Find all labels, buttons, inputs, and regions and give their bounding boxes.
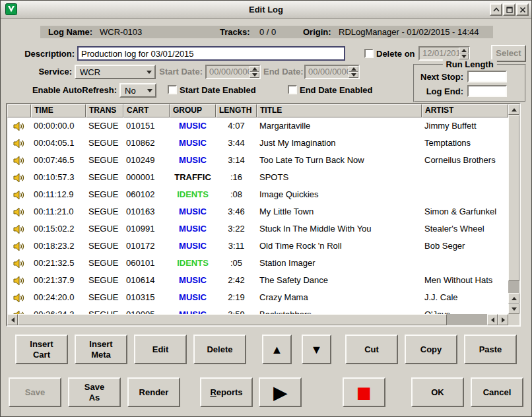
speaker-icon — [13, 173, 25, 183]
log-end-field — [467, 85, 507, 97]
move-up-button[interactable]: ▲ — [262, 335, 292, 364]
cell-title: SPOTS — [257, 169, 422, 186]
end-date-label: End Date: — [263, 67, 302, 77]
table-row[interactable]: 00:15:02.2 SEGUE 010991 MUSIC 3:22 Stuck… — [7, 220, 508, 238]
scroll-up-button-2[interactable] — [508, 293, 519, 304]
cut-label: Cut — [364, 344, 379, 355]
col-group[interactable]: GROUP — [170, 104, 216, 117]
render-button[interactable]: Render — [127, 377, 180, 407]
save-button: Save — [9, 377, 61, 407]
start-date-enabled-checkbox[interactable] — [168, 85, 177, 94]
speaker-icon — [13, 121, 25, 131]
cell-artist — [422, 169, 508, 186]
origin-label: Origin: — [303, 26, 331, 38]
horizontal-scrollbar[interactable] — [7, 314, 508, 325]
speaker-icon-cell — [7, 220, 31, 238]
table-row[interactable]: 00:26:34.3 SEGUE 010005 MUSIC 3:59 Backs… — [7, 306, 508, 314]
maximize-button[interactable] — [503, 3, 515, 16]
cell-trans: SEGUE — [86, 152, 123, 169]
scroll-down-button[interactable] — [508, 304, 519, 314]
cell-group: MUSIC — [170, 135, 216, 152]
end-date-value: 00/00/0000 — [306, 66, 349, 78]
cell-length: 3:44 — [216, 135, 257, 152]
close-icon — [519, 7, 526, 13]
vertical-scrollbar-thumb[interactable] — [508, 115, 519, 281]
cell-time: 00:00:00.0 — [31, 117, 86, 135]
close-button[interactable] — [516, 3, 529, 16]
scroll-left-button-2[interactable] — [487, 314, 498, 325]
cell-artist: Temptations — [422, 135, 508, 152]
cell-time: 00:24:20.0 — [31, 289, 86, 306]
origin-value: RDLogManager - 01/02/2015 - 14:44 — [339, 26, 479, 38]
description-input[interactable] — [77, 46, 345, 61]
end-date-enabled-checkbox[interactable] — [288, 85, 297, 94]
col-cart[interactable]: CART — [123, 104, 170, 117]
cell-length: 3:46 — [216, 203, 257, 220]
speaker-icon-cell — [7, 117, 31, 135]
cell-title: My Little Town — [257, 203, 422, 220]
col-trans[interactable]: TRANS — [86, 104, 123, 117]
save-as-button[interactable]: Save As — [68, 377, 121, 407]
scroll-right-icon — [502, 317, 505, 323]
insert-cart-button[interactable]: Insert Cart — [15, 335, 68, 364]
stop-button[interactable]: ■ — [343, 377, 385, 407]
table-row[interactable]: 00:04:05.1 SEGUE 010862 MUSIC 3:44 Just … — [7, 135, 508, 152]
move-down-button[interactable]: ▼ — [302, 335, 331, 364]
play-button[interactable]: ▶ — [259, 377, 302, 407]
window-title: Edit Log — [1, 1, 531, 18]
cell-group: MUSIC — [170, 117, 216, 135]
cell-cart: 010151 — [123, 117, 170, 135]
save-as-label: Save As — [84, 382, 104, 403]
spin-up-button — [459, 48, 469, 53]
reports-button[interactable]: Reports — [200, 377, 253, 407]
table-row[interactable]: 00:21:37.9 SEGUE 010614 MUSIC 2:42 The S… — [7, 272, 508, 289]
speaker-icon — [13, 293, 25, 303]
table-row[interactable]: 00:24:20.0 SEGUE 010315 MUSIC 2:19 Crazy… — [7, 289, 508, 306]
table-row[interactable]: 00:07:46.5 SEGUE 010249 MUSIC 3:14 Too L… — [7, 152, 508, 169]
speaker-icon-cell — [7, 306, 31, 314]
table-row[interactable]: 00:21:32.5 SEGUE 060101 IDENTS :05 Stati… — [7, 255, 508, 272]
insert-meta-button[interactable]: Insert Meta — [75, 335, 127, 364]
cancel-button[interactable]: Cancel — [471, 377, 523, 407]
table-row[interactable]: 00:11:21.0 SEGUE 010163 MUSIC 3:46 My Li… — [7, 203, 508, 220]
reports-label: Reports — [210, 387, 242, 398]
col-time[interactable]: TIME — [31, 104, 86, 117]
titlebar[interactable]: Edit Log — [1, 1, 531, 19]
table-row[interactable]: 00:11:12.9 SEGUE 060102 IDENTS :08 Image… — [7, 186, 508, 203]
scroll-left-icon — [11, 317, 15, 323]
cell-time: 00:21:32.5 — [31, 255, 86, 272]
vertical-scrollbar[interactable] — [508, 104, 519, 314]
delete-button[interactable]: Delete — [193, 335, 246, 364]
scroll-up-button[interactable] — [508, 104, 519, 115]
table-row[interactable]: 00:18:23.2 SEGUE 010172 MUSIC 3:11 Old T… — [7, 238, 508, 255]
spin-up-icon — [351, 67, 356, 71]
description-label: Description: — [14, 49, 75, 59]
spin-up-button — [249, 66, 259, 72]
shade-button[interactable] — [490, 3, 502, 16]
edit-button[interactable]: Edit — [134, 335, 187, 364]
log-end-label: Log End: — [416, 86, 463, 96]
speaker-icon-cell — [7, 186, 31, 203]
ok-button[interactable]: OK — [411, 377, 464, 407]
service-combobox[interactable]: WCR — [75, 65, 156, 79]
cell-group: MUSIC — [170, 220, 216, 238]
scroll-up-icon — [512, 108, 517, 112]
cell-group: MUSIC — [170, 306, 216, 314]
horizontal-scrollbar-thumb[interactable] — [18, 314, 447, 325]
move-down-icon: ▼ — [311, 344, 323, 355]
table-row[interactable]: 00:10:57.3 SEGUE 000001 TRAFFIC :16 SPOT… — [7, 169, 508, 186]
paste-button[interactable]: Paste — [464, 335, 517, 364]
col-artist[interactable]: ARTIST — [422, 104, 508, 117]
cut-button[interactable]: Cut — [345, 335, 398, 364]
cell-artist: Jimmy Buffett — [422, 117, 508, 135]
col-title[interactable]: TITLE — [257, 104, 422, 117]
copy-label: Copy — [420, 344, 442, 355]
delete-on-checkbox[interactable] — [364, 49, 374, 58]
table-row[interactable]: 00:00:00.0 SEGUE 010151 MUSIC 4:07 Marga… — [7, 117, 508, 135]
speaker-icon-cell — [7, 255, 31, 272]
col-length[interactable]: LENGTH — [216, 104, 257, 117]
scroll-left-button[interactable] — [7, 314, 18, 325]
copy-button[interactable]: Copy — [405, 335, 457, 364]
scroll-right-button[interactable] — [498, 314, 508, 325]
autorefresh-combobox[interactable]: No — [119, 83, 156, 98]
